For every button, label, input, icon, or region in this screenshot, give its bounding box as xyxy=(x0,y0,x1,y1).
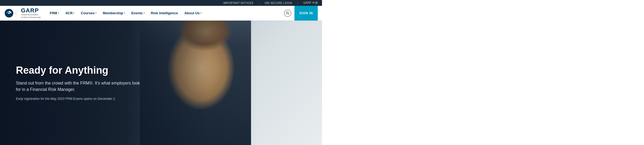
nav-item-scr[interactable]: SCR ▾ xyxy=(63,6,77,21)
signin-button[interactable]: SIGN IN xyxy=(294,6,318,21)
hero-cta-text: Early registration for the May 2023 FRM … xyxy=(16,97,143,101)
top-bar: IMPORTANT NOTICES | GBI SECURE LOGIN | G… xyxy=(0,0,322,6)
hero-content: Ready for Anything Stand out from the cr… xyxy=(0,65,159,101)
nav-items: FRM ▾ SCR ▾ Courses ▾ Membership ▾ Event… xyxy=(47,6,284,21)
logo-link[interactable]: GARP Global Associationof Risk Professio… xyxy=(4,8,41,18)
chevron-down-icon: ▾ xyxy=(200,12,202,14)
nav-label-membership: Membership xyxy=(103,11,123,15)
divider-1: | xyxy=(259,2,260,4)
important-notices-link[interactable]: IMPORTANT NOTICES xyxy=(223,2,253,4)
nav-right: SIGN IN xyxy=(284,6,318,21)
nav-label-frm: FRM xyxy=(50,11,57,15)
svg-line-3 xyxy=(288,13,289,15)
chevron-down-icon: ▾ xyxy=(95,12,96,14)
nav-item-membership[interactable]: Membership ▾ xyxy=(100,6,128,21)
chevron-down-icon: ▾ xyxy=(58,12,59,14)
logo-text: GARP Global Associationof Risk Professio… xyxy=(21,8,41,18)
nav-item-about-us[interactable]: About Us ▾ xyxy=(182,6,204,21)
hero-subtitle: Stand out from the crowd with the FRM®. … xyxy=(16,80,143,93)
main-nav: GARP Global Associationof Risk Professio… xyxy=(0,6,322,21)
svg-point-2 xyxy=(286,12,288,14)
nav-label-courses: Courses xyxy=(81,11,95,15)
logo-divider xyxy=(16,9,16,17)
hero-section: Ready for Anything Stand out from the cr… xyxy=(0,21,322,145)
logo-tagline: Global Associationof Risk Professionals xyxy=(21,13,41,18)
garp-logo-icon xyxy=(4,8,14,18)
divider-2: | xyxy=(297,2,298,4)
gbi-secure-login-link[interactable]: GBI SECURE LOGIN xyxy=(265,2,292,4)
nav-item-frm[interactable]: FRM ▾ xyxy=(47,6,62,21)
search-button[interactable] xyxy=(284,10,291,17)
nav-label-scr: SCR xyxy=(65,11,73,15)
chevron-down-icon: ▾ xyxy=(73,12,74,14)
chevron-down-icon: ▾ xyxy=(124,12,125,14)
nav-label-about-us: About Us xyxy=(184,11,200,15)
nav-item-events[interactable]: Events ▾ xyxy=(129,6,147,21)
search-icon xyxy=(286,11,289,15)
nav-label-risk-intelligence: Risk Intelligence xyxy=(151,11,178,15)
logo-garp-text: GARP xyxy=(21,8,41,13)
chevron-down-icon: ▾ xyxy=(144,12,145,14)
nav-label-events: Events xyxy=(131,11,143,15)
garp-china-link[interactable]: GARP 中国 xyxy=(303,1,318,5)
hero-title: Ready for Anything xyxy=(16,65,143,76)
nav-item-courses[interactable]: Courses ▾ xyxy=(78,6,99,21)
nav-item-risk-intelligence[interactable]: Risk Intelligence xyxy=(148,6,181,21)
svg-point-1 xyxy=(8,12,10,14)
